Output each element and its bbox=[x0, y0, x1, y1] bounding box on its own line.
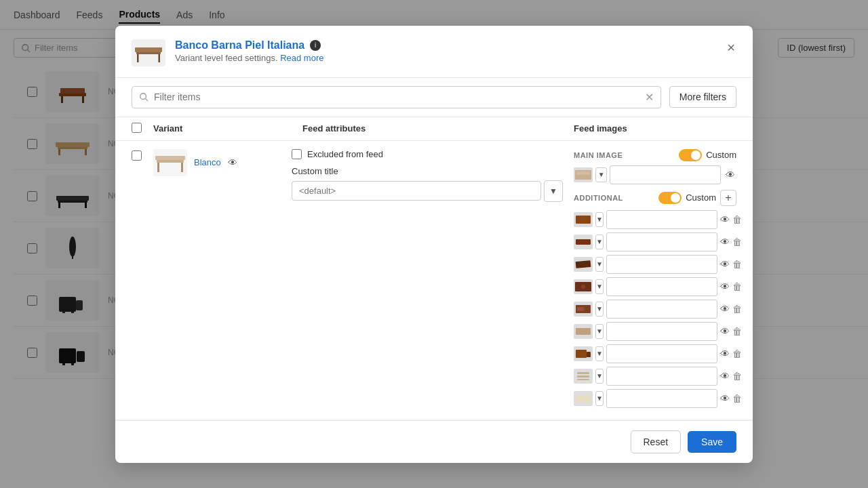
svg-rect-37 bbox=[576, 239, 591, 245]
add-img-delete-3[interactable]: 🗑 bbox=[732, 259, 742, 270]
add-img-eye-6[interactable]: 👁 bbox=[720, 326, 730, 337]
add-img-url-2[interactable] bbox=[606, 232, 717, 251]
add-img-chevron-1[interactable]: ▼ bbox=[595, 212, 604, 227]
add-img-eye-1[interactable]: 👁 bbox=[720, 214, 730, 225]
add-img-delete-2[interactable]: 🗑 bbox=[732, 237, 742, 247]
custom-title-input[interactable] bbox=[292, 181, 541, 201]
add-img-chevron-3[interactable]: ▼ bbox=[595, 257, 604, 272]
modal-footer: Reset Save bbox=[115, 420, 753, 463]
read-more-link[interactable]: Read more bbox=[280, 53, 323, 63]
main-img-thumb bbox=[574, 167, 593, 182]
add-img-chevron-9[interactable]: ▼ bbox=[595, 391, 604, 406]
filter-input-wrap: ✕ bbox=[132, 86, 661, 108]
filter-input[interactable] bbox=[154, 92, 639, 102]
svg-rect-49 bbox=[576, 395, 591, 402]
add-img-url-8[interactable] bbox=[606, 367, 717, 386]
add-img-eye-9[interactable]: 👁 bbox=[720, 393, 730, 404]
modal-overlay[interactable]: Banco Barna Piel Italiana i Variant leve… bbox=[0, 0, 868, 488]
additional-img-row-5: ▼ 👁 🗑 bbox=[574, 300, 736, 319]
col-header-feed-images: Feed images bbox=[574, 123, 736, 134]
modal-close-button[interactable]: × bbox=[726, 39, 736, 56]
add-img-eye-8[interactable]: 👁 bbox=[720, 371, 730, 382]
reset-button[interactable]: Reset bbox=[631, 430, 682, 453]
svg-rect-43 bbox=[576, 328, 591, 335]
svg-point-28 bbox=[140, 94, 146, 100]
add-img-thumb-1 bbox=[574, 212, 593, 227]
add-img-url-1[interactable] bbox=[606, 210, 717, 229]
add-img-eye-7[interactable]: 👁 bbox=[720, 348, 730, 359]
add-img-delete-4[interactable]: 🗑 bbox=[732, 281, 742, 292]
add-img-url-3[interactable] bbox=[606, 255, 717, 274]
add-img-eye-2[interactable]: 👁 bbox=[720, 237, 730, 247]
add-img-delete-7[interactable]: 🗑 bbox=[732, 348, 742, 359]
add-img-chevron-2[interactable]: ▼ bbox=[595, 235, 604, 249]
additional-img-row-9: ▼ 👁 🗑 bbox=[574, 389, 736, 408]
svg-rect-45 bbox=[587, 352, 591, 357]
add-img-chevron-8[interactable]: ▼ bbox=[595, 369, 604, 384]
variant-checkbox[interactable] bbox=[132, 150, 142, 161]
add-img-chevron-6[interactable]: ▼ bbox=[595, 324, 604, 339]
main-image-custom-label: Custom bbox=[706, 150, 736, 160]
select-all-check-wrap[interactable] bbox=[132, 123, 153, 135]
add-img-delete-9[interactable]: 🗑 bbox=[732, 393, 742, 404]
col-header-feed-attrs: Feed attributes bbox=[302, 123, 574, 134]
main-img-url-input[interactable] bbox=[610, 165, 721, 184]
variant-rows-scroll[interactable]: Blanco 👁 Excluded from feed Custom title… bbox=[115, 141, 753, 420]
additional-img-row-8: ▼ 👁 🗑 bbox=[574, 367, 736, 386]
add-img-eye-3[interactable]: 👁 bbox=[720, 259, 730, 270]
variant-eye-button[interactable]: 👁 bbox=[228, 157, 237, 168]
excluded-checkbox[interactable] bbox=[292, 149, 302, 159]
custom-title-label: Custom title bbox=[292, 166, 563, 176]
main-img-chevron[interactable]: ▼ bbox=[595, 167, 607, 182]
variant-name[interactable]: Blanco bbox=[194, 157, 221, 167]
add-img-delete-5[interactable]: 🗑 bbox=[732, 304, 742, 314]
add-img-delete-6[interactable]: 🗑 bbox=[732, 326, 742, 337]
svg-line-29 bbox=[146, 99, 149, 102]
main-image-title: MAIN IMAGE bbox=[574, 151, 623, 159]
add-img-thumb-4 bbox=[574, 279, 593, 294]
additional-img-row-6: ▼ 👁 🗑 bbox=[574, 322, 736, 341]
additional-img-row-3: ▼ 👁 🗑 bbox=[574, 255, 736, 274]
add-image-button[interactable]: + bbox=[720, 190, 736, 206]
column-headers: Variant Feed attributes Feed images bbox=[115, 117, 753, 141]
add-img-url-5[interactable] bbox=[606, 300, 717, 319]
svg-rect-33 bbox=[181, 163, 183, 172]
select-all-checkbox[interactable] bbox=[132, 123, 142, 133]
add-img-eye-4[interactable]: 👁 bbox=[720, 281, 730, 292]
add-img-thumb-7 bbox=[574, 346, 593, 361]
main-image-toggle[interactable] bbox=[679, 149, 702, 161]
info-icon[interactable]: i bbox=[310, 40, 321, 51]
col-header-variant: Variant bbox=[153, 123, 302, 134]
add-img-eye-5[interactable]: 👁 bbox=[720, 304, 730, 314]
custom-title-input-wrap: ▼ bbox=[292, 180, 563, 202]
modal-filter-bar: ✕ More filters bbox=[115, 78, 753, 117]
custom-title-chevron[interactable]: ▼ bbox=[544, 180, 563, 202]
main-img-eye-button[interactable]: 👁 bbox=[724, 169, 736, 180]
add-img-url-7[interactable] bbox=[606, 344, 717, 363]
add-img-url-9[interactable] bbox=[606, 389, 717, 408]
save-button[interactable]: Save bbox=[688, 431, 736, 453]
modal-title-area: Banco Barna Piel Italiana i Variant leve… bbox=[175, 39, 716, 63]
modal-product-title[interactable]: Banco Barna Piel Italiana bbox=[175, 39, 304, 52]
svg-rect-42 bbox=[577, 307, 584, 311]
additional-img-row-4: ▼ 👁 🗑 bbox=[574, 277, 736, 296]
more-filters-button[interactable]: More filters bbox=[669, 86, 736, 108]
add-img-delete-8[interactable]: 🗑 bbox=[732, 371, 742, 382]
add-img-chevron-7[interactable]: ▼ bbox=[595, 346, 604, 361]
additional-images-toggle[interactable] bbox=[658, 192, 682, 204]
add-img-chevron-4[interactable]: ▼ bbox=[595, 279, 604, 294]
add-img-thumb-2 bbox=[574, 235, 593, 249]
filter-clear-button[interactable]: ✕ bbox=[645, 91, 654, 104]
add-img-url-6[interactable] bbox=[606, 322, 717, 341]
modal: Banco Barna Piel Italiana i Variant leve… bbox=[115, 26, 753, 463]
modal-product-thumb bbox=[132, 39, 165, 66]
variant-row-blanco: Blanco 👁 Excluded from feed Custom title… bbox=[115, 141, 753, 420]
variant-check-wrap[interactable] bbox=[132, 149, 153, 163]
add-img-url-4[interactable] bbox=[606, 277, 717, 296]
add-img-delete-1[interactable]: 🗑 bbox=[732, 214, 742, 225]
additional-images-title: ADDITIONAL bbox=[574, 194, 623, 202]
svg-rect-44 bbox=[576, 350, 587, 358]
add-img-chevron-5[interactable]: ▼ bbox=[595, 302, 604, 317]
modal-subtitle: Variant level feed settings. Read more bbox=[175, 53, 716, 63]
additional-toggle-wrap: Custom + bbox=[658, 190, 736, 206]
